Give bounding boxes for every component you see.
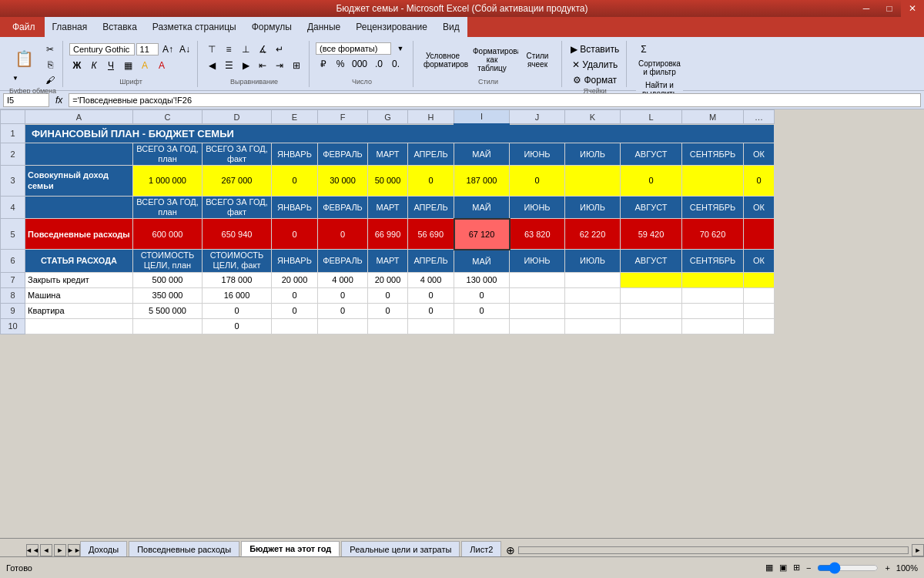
r4-i[interactable]: МАЙ bbox=[454, 196, 510, 218]
r4-f[interactable]: ФЕВРАЛЬ bbox=[318, 196, 368, 218]
r7-mar[interactable]: 20 000 bbox=[368, 272, 408, 287]
r6-plan[interactable]: СТОИМОСТЬ ЦЕЛИ, план bbox=[133, 250, 203, 272]
r3-apr[interactable]: 0 bbox=[408, 165, 454, 196]
cell-styles-button[interactable]: Стилиячеек bbox=[518, 48, 557, 72]
align-right-button[interactable]: ▶ bbox=[238, 59, 253, 72]
r7-plan[interactable]: 500 000 bbox=[133, 272, 203, 287]
r5-feb[interactable]: 0 bbox=[318, 219, 368, 250]
thousands-button[interactable]: 000 bbox=[350, 57, 370, 71]
col-M[interactable]: M bbox=[682, 110, 744, 124]
r10-i[interactable] bbox=[454, 318, 510, 334]
merge-button[interactable]: ⊞ bbox=[289, 59, 304, 72]
r3-aug[interactable]: 0 bbox=[621, 165, 682, 196]
r6-mar[interactable]: МАРТ bbox=[368, 250, 408, 272]
col-K[interactable]: K bbox=[565, 110, 621, 124]
r2-f[interactable]: ФЕВРАЛЬ bbox=[318, 143, 368, 165]
align-left-button[interactable]: ◀ bbox=[204, 59, 219, 72]
r3-jun[interactable]: 0 bbox=[510, 165, 565, 196]
r9-label[interactable]: Квартира bbox=[25, 303, 133, 318]
r10-e[interactable] bbox=[272, 318, 318, 334]
r2-m[interactable]: СЕНТЯБРЬ bbox=[682, 143, 744, 165]
r7-oct[interactable] bbox=[744, 272, 775, 287]
align-bottom-button[interactable]: ⊥ bbox=[238, 42, 253, 56]
r10-a[interactable] bbox=[25, 318, 133, 334]
r6-fact[interactable]: СТОИМОСТЬ ЦЕЛИ, факт bbox=[203, 250, 272, 272]
layout-page-icon[interactable]: ▣ bbox=[779, 563, 787, 573]
bold-button[interactable]: Ж bbox=[69, 59, 85, 72]
r6-aug[interactable]: АВГУСТ bbox=[621, 250, 682, 272]
r5-mar[interactable]: 66 990 bbox=[368, 219, 408, 250]
col-H[interactable]: H bbox=[408, 110, 454, 124]
r2-c[interactable]: ВСЕГО ЗА ГОД, план bbox=[133, 143, 203, 165]
r3-feb[interactable]: 30 000 bbox=[318, 165, 368, 196]
r4-e[interactable]: ЯНВАРЬ bbox=[272, 196, 318, 218]
r9-aug[interactable] bbox=[621, 303, 682, 318]
copy-button[interactable]: ⎘ bbox=[42, 58, 58, 72]
tab-realnie[interactable]: Реальные цели и затраты bbox=[341, 541, 460, 556]
r4-d[interactable]: ВСЕГО ЗА ГОД, факт bbox=[203, 196, 272, 218]
tab-list2[interactable]: Лист2 bbox=[461, 541, 501, 556]
menu-review[interactable]: Рецензирование bbox=[348, 20, 435, 34]
r10-n[interactable] bbox=[744, 318, 775, 334]
r5-fact[interactable]: 650 940 bbox=[203, 219, 272, 250]
r4-l[interactable]: АВГУСТ bbox=[621, 196, 682, 218]
r10-d[interactable]: 0 bbox=[203, 318, 272, 334]
zoom-plus[interactable]: + bbox=[885, 563, 889, 573]
r5-jan[interactable]: 0 bbox=[272, 219, 318, 250]
r7-feb[interactable]: 4 000 bbox=[318, 272, 368, 287]
r9-plan[interactable]: 5 500 000 bbox=[133, 303, 203, 318]
cut-button[interactable]: ✂ bbox=[42, 42, 58, 56]
r7-fact[interactable]: 178 000 bbox=[203, 272, 272, 287]
paste-button[interactable]: 📋 bbox=[8, 45, 41, 72]
r2-j[interactable]: ИЮНЬ bbox=[510, 143, 565, 165]
r6-oct[interactable]: ОК bbox=[744, 250, 775, 272]
r8-jul[interactable] bbox=[565, 287, 621, 303]
insert-button[interactable]: ▶ Вставить bbox=[568, 42, 621, 56]
col-E[interactable]: E bbox=[272, 110, 318, 124]
r9-jul[interactable] bbox=[565, 303, 621, 318]
r7-label[interactable]: Закрыть кредит bbox=[25, 272, 133, 287]
menu-home[interactable]: Главная bbox=[45, 20, 95, 34]
r2-h[interactable]: АПРЕЛЬ bbox=[408, 143, 454, 165]
r8-apr[interactable]: 0 bbox=[408, 287, 454, 303]
r5-label[interactable]: Повседневные расходы bbox=[25, 219, 133, 250]
spreadsheet[interactable]: А С D E F G H I J K L M … 1 bbox=[0, 109, 924, 538]
r3-mar[interactable]: 50 000 bbox=[368, 165, 408, 196]
sheet-scroll-right[interactable]: ►► bbox=[68, 544, 80, 556]
minimize-button[interactable]: ─ bbox=[855, 0, 878, 17]
border-button[interactable]: ▦ bbox=[120, 59, 136, 72]
r9-sep[interactable] bbox=[682, 303, 744, 318]
increase-decimal-button[interactable]: .0 bbox=[371, 57, 387, 71]
r3-sep[interactable] bbox=[682, 165, 744, 196]
cell-reference[interactable]: I5 bbox=[3, 93, 49, 107]
sheet-scroll-prev[interactable]: ◄ bbox=[40, 544, 52, 556]
r6-sep[interactable]: СЕНТЯБРЬ bbox=[682, 250, 744, 272]
tab-dokhody[interactable]: Доходы bbox=[80, 541, 127, 556]
paste-dropdown[interactable]: ▼ bbox=[8, 73, 23, 83]
text-angle-button[interactable]: ∡ bbox=[255, 42, 270, 56]
r4-h[interactable]: АПРЕЛЬ bbox=[408, 196, 454, 218]
r3-jul[interactable] bbox=[565, 165, 621, 196]
r7-sep[interactable] bbox=[682, 272, 744, 287]
r7-aug[interactable] bbox=[621, 272, 682, 287]
r5-plan[interactable]: 600 000 bbox=[133, 219, 203, 250]
tab-budzhet[interactable]: Бюджет на этот год bbox=[241, 541, 340, 556]
currency-button[interactable]: ₽ bbox=[316, 57, 331, 71]
r5-sep[interactable]: 70 620 bbox=[682, 219, 744, 250]
r5-may-selected[interactable]: 67 120 bbox=[454, 219, 510, 250]
font-color-button[interactable]: А bbox=[154, 59, 169, 72]
r3-fact[interactable]: 267 000 bbox=[203, 165, 272, 196]
menu-page-layout[interactable]: Разметка страницы bbox=[145, 20, 244, 34]
decrease-indent-button[interactable]: ⇤ bbox=[255, 59, 270, 72]
r10-m[interactable] bbox=[682, 318, 744, 334]
col-L[interactable]: L bbox=[621, 110, 682, 124]
zoom-slider[interactable] bbox=[817, 563, 879, 573]
sheet-scroll-next[interactable]: ► bbox=[54, 544, 66, 556]
format-button[interactable]: ⚙ Формат bbox=[568, 73, 621, 87]
r3-jan[interactable]: 0 bbox=[272, 165, 318, 196]
r6-jun[interactable]: ИЮНЬ bbox=[510, 250, 565, 272]
align-center-button[interactable]: ☰ bbox=[221, 59, 236, 72]
r6-apr[interactable]: АПРЕЛЬ bbox=[408, 250, 454, 272]
wrap-text-button[interactable]: ↵ bbox=[272, 42, 287, 56]
r9-mar[interactable]: 0 bbox=[368, 303, 408, 318]
